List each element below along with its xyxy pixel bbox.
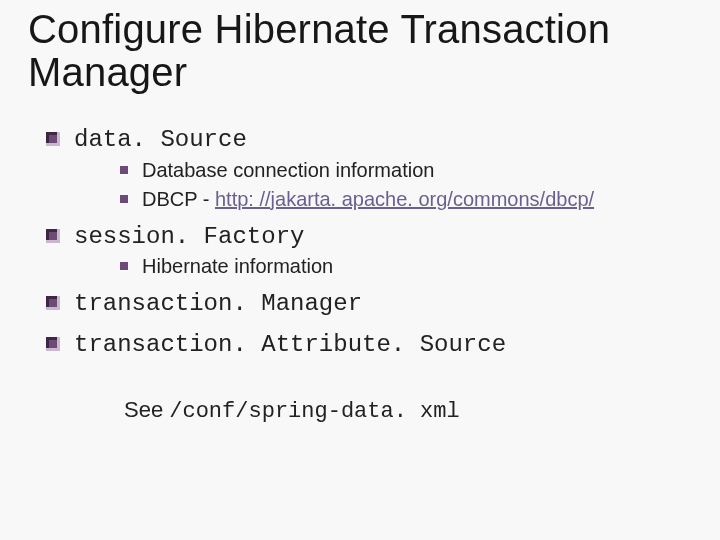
footer-note: See /conf/spring-data. xml [28, 397, 692, 424]
sub-item-prefix: DBCP - [142, 188, 215, 210]
sub-list: Hibernate information [74, 253, 692, 280]
page-title: Configure Hibernate Transaction Manager [28, 8, 692, 94]
sub-item-hibernate-info: Hibernate information [120, 253, 692, 280]
item-transactionattributesource: transaction. Attribute. Source [46, 327, 692, 361]
item-sessionfactory: session. Factory Hibernate information [46, 219, 692, 280]
item-label: transaction. Attribute. Source [74, 331, 506, 358]
dbcp-link[interactable]: http: //jakarta. apache. org/commons/dbc… [215, 188, 594, 210]
item-label: session. Factory [74, 223, 304, 250]
item-transactionmanager: transaction. Manager [46, 286, 692, 320]
slide: Configure Hibernate Transaction Manager … [0, 0, 720, 540]
sub-item-text: Hibernate information [142, 255, 333, 277]
sub-item-text: Database connection information [142, 159, 434, 181]
sub-list: Database connection information DBCP - h… [74, 157, 692, 213]
footer-lead: See [124, 397, 169, 422]
sub-item-db-conn: Database connection information [120, 157, 692, 184]
item-datasource: data. Source Database connection informa… [46, 122, 692, 212]
item-label: transaction. Manager [74, 290, 362, 317]
footer-path: /conf/spring-data. xml [169, 399, 459, 424]
bullet-list: data. Source Database connection informa… [28, 122, 692, 361]
sub-item-dbcp: DBCP - http: //jakarta. apache. org/comm… [120, 186, 692, 213]
item-label: data. Source [74, 126, 247, 153]
